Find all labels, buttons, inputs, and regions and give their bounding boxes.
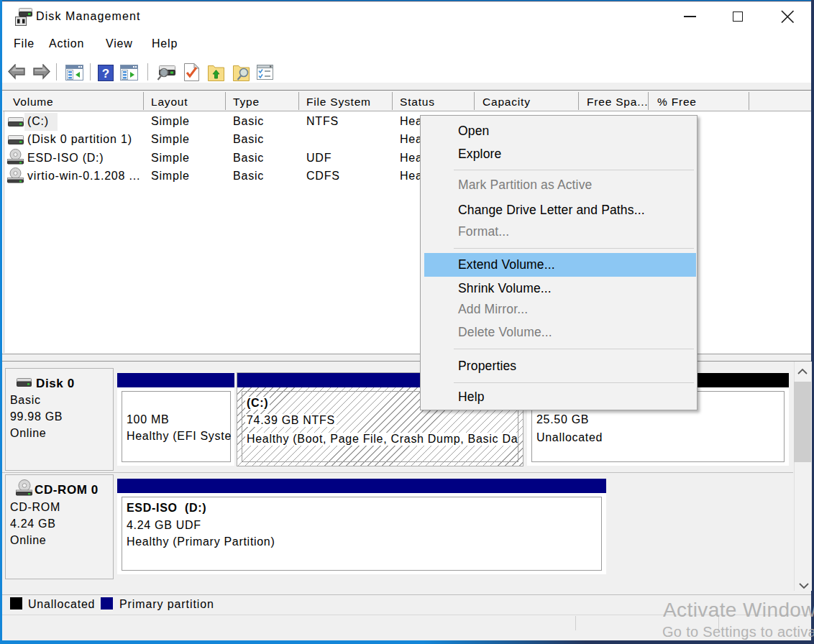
svg-text:?: ? bbox=[102, 67, 109, 80]
